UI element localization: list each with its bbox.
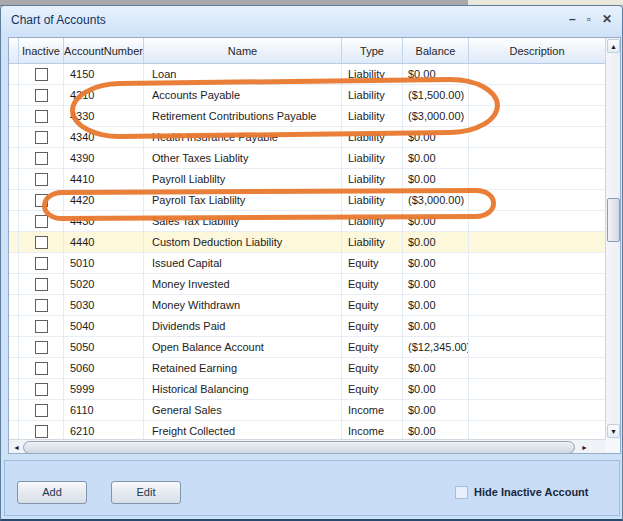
- table-row-4150[interactable]: 4150LoanLiability$0.00: [9, 64, 605, 85]
- account-name-cell: Sales Tax Liability: [144, 211, 342, 232]
- column-header-balance[interactable]: Balance: [403, 38, 469, 63]
- inactive-checkbox[interactable]: [35, 362, 48, 375]
- account-type-cell: Equity: [342, 337, 403, 358]
- scroll-up-icon[interactable]: ▲: [607, 39, 620, 53]
- table-row-6110[interactable]: 6110General SalesIncome$0.00: [9, 400, 605, 421]
- column-header-accountnumber[interactable]: AccountNumber: [64, 38, 144, 63]
- row-selector-cell[interactable]: [9, 253, 19, 274]
- row-selector-cell[interactable]: [9, 64, 19, 85]
- inactive-checkbox[interactable]: [35, 89, 48, 102]
- description-cell: [469, 379, 605, 400]
- account-number-cell: 4340: [64, 127, 144, 148]
- inactive-cell: [19, 274, 64, 295]
- minimize-icon[interactable]: –: [569, 11, 576, 27]
- row-selector-cell[interactable]: [9, 127, 19, 148]
- row-selector-cell[interactable]: [9, 106, 19, 127]
- row-selector-cell[interactable]: [9, 85, 19, 106]
- table-row-4410[interactable]: 4410Payroll LiabliltyLiability$0.00: [9, 169, 605, 190]
- row-selector-column-header: [9, 38, 19, 63]
- row-selector-cell[interactable]: [9, 211, 19, 232]
- scroll-down-icon[interactable]: ▼: [607, 424, 620, 438]
- inactive-checkbox[interactable]: [35, 299, 48, 312]
- table-row-6210[interactable]: 6210Freight CollectedIncome$0.00: [9, 421, 605, 439]
- inactive-checkbox[interactable]: [35, 236, 48, 249]
- description-cell: [469, 337, 605, 358]
- row-selector-cell[interactable]: [9, 358, 19, 379]
- table-row-5999[interactable]: 5999Historical BalancingEquity$0.00: [9, 379, 605, 400]
- account-name-cell: Accounts Payable: [144, 85, 342, 106]
- inactive-checkbox[interactable]: [35, 278, 48, 291]
- column-header-name[interactable]: Name: [144, 38, 342, 63]
- balance-cell: $0.00: [403, 316, 469, 337]
- row-selector-cell[interactable]: [9, 169, 19, 190]
- horizontal-scrollbar[interactable]: ◄ ►: [9, 439, 605, 454]
- inactive-checkbox[interactable]: [35, 320, 48, 333]
- horizontal-scrollbar-thumb[interactable]: [23, 441, 575, 454]
- table-row-4340[interactable]: 4340Health Insurance PayableLiability$0.…: [9, 127, 605, 148]
- description-cell: [469, 232, 605, 253]
- row-selector-cell[interactable]: [9, 379, 19, 400]
- inactive-cell: [19, 253, 64, 274]
- inactive-checkbox[interactable]: [35, 425, 48, 438]
- vertical-scrollbar[interactable]: ▲ ▼: [605, 38, 620, 439]
- inactive-checkbox[interactable]: [35, 215, 48, 228]
- table-row-4210[interactable]: 4210Accounts PayableLiability($1,500.00): [9, 85, 605, 106]
- table-row-4420[interactable]: 4420Payroll Tax LiabliltyLiability($3,00…: [9, 190, 605, 211]
- table-row-4440[interactable]: 4440Custom Deduction LiabilityLiability$…: [9, 232, 605, 253]
- table-row-5060[interactable]: 5060Retained EarningEquity$0.00: [9, 358, 605, 379]
- scroll-right-icon[interactable]: ►: [578, 441, 591, 454]
- description-cell: [469, 106, 605, 127]
- inactive-checkbox[interactable]: [35, 173, 48, 186]
- scroll-left-icon[interactable]: ◄: [10, 441, 23, 454]
- account-number-cell: 5050: [64, 337, 144, 358]
- vertical-scrollbar-thumb[interactable]: [607, 198, 620, 242]
- inactive-checkbox[interactable]: [35, 404, 48, 417]
- account-name-cell: Custom Deduction Liability: [144, 232, 342, 253]
- row-selector-cell[interactable]: [9, 190, 19, 211]
- table-row-5030[interactable]: 5030Money WithdrawnEquity$0.00: [9, 295, 605, 316]
- edit-button[interactable]: Edit: [111, 481, 181, 504]
- table-row-4430[interactable]: 4430Sales Tax LiabilityLiability$0.00: [9, 211, 605, 232]
- grid-header: InactiveAccountNumberNameTypeBalanceDesc…: [9, 38, 605, 64]
- row-selector-cell[interactable]: [9, 421, 19, 439]
- account-type-cell: Income: [342, 421, 403, 439]
- column-header-description[interactable]: Description: [469, 38, 605, 63]
- inactive-cell: [19, 295, 64, 316]
- add-button[interactable]: Add: [17, 481, 87, 504]
- titlebar[interactable]: Chart of Accounts – ▫ ✕: [1, 6, 622, 34]
- balance-cell: $0.00: [403, 358, 469, 379]
- balance-cell: $0.00: [403, 148, 469, 169]
- inactive-checkbox[interactable]: [35, 383, 48, 396]
- row-selector-cell[interactable]: [9, 295, 19, 316]
- table-row-5050[interactable]: 5050Open Balance AccountEquity($12,345.0…: [9, 337, 605, 358]
- row-selector-cell[interactable]: [9, 274, 19, 295]
- inactive-cell: [19, 64, 64, 85]
- account-number-cell: 5030: [64, 295, 144, 316]
- inactive-checkbox[interactable]: [35, 257, 48, 270]
- balance-cell: $0.00: [403, 211, 469, 232]
- inactive-checkbox[interactable]: [35, 131, 48, 144]
- column-header-inactive[interactable]: Inactive: [19, 38, 64, 63]
- row-selector-cell[interactable]: [9, 148, 19, 169]
- maximize-icon[interactable]: ▫: [587, 11, 591, 27]
- account-name-cell: Loan: [144, 64, 342, 85]
- balance-cell: $0.00: [403, 274, 469, 295]
- inactive-checkbox[interactable]: [35, 110, 48, 123]
- row-selector-cell[interactable]: [9, 337, 19, 358]
- inactive-checkbox[interactable]: [35, 68, 48, 81]
- inactive-cell: [19, 190, 64, 211]
- column-header-type[interactable]: Type: [342, 38, 403, 63]
- inactive-checkbox[interactable]: [35, 341, 48, 354]
- table-row-4330[interactable]: 4330Retirement Contributions PayableLiab…: [9, 106, 605, 127]
- close-icon[interactable]: ✕: [602, 11, 612, 27]
- table-row-5040[interactable]: 5040Dividends PaidEquity$0.00: [9, 316, 605, 337]
- row-selector-cell[interactable]: [9, 232, 19, 253]
- table-row-5020[interactable]: 5020Money InvestedEquity$0.00: [9, 274, 605, 295]
- inactive-checkbox[interactable]: [35, 152, 48, 165]
- row-selector-cell[interactable]: [9, 400, 19, 421]
- table-row-4390[interactable]: 4390Other Taxes LiablityLiability$0.00: [9, 148, 605, 169]
- inactive-checkbox[interactable]: [35, 194, 48, 207]
- table-row-5010[interactable]: 5010Issued CapitalEquity$0.00: [9, 253, 605, 274]
- hide-inactive-checkbox[interactable]: [455, 486, 468, 499]
- row-selector-cell[interactable]: [9, 316, 19, 337]
